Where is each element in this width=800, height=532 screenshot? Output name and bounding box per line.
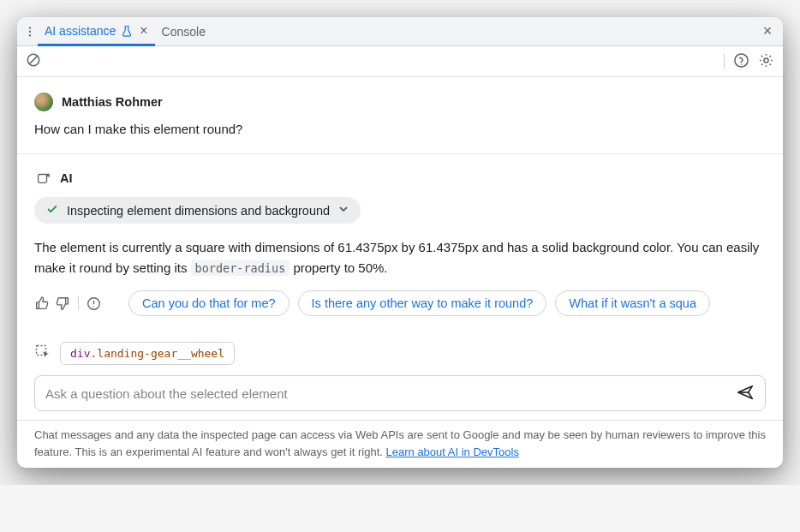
suggestion-chip[interactable]: Can you do that for me? (128, 290, 290, 316)
ai-message: AI Inspecting element dimensions and bac… (17, 154, 783, 333)
check-icon (46, 203, 58, 218)
toolbar (17, 46, 783, 77)
tab-ai-assistance[interactable]: AI assistance × (38, 18, 155, 46)
svg-point-5 (735, 53, 748, 66)
tab-bar: AI assistance × Console × (17, 17, 783, 46)
thumbs-down-icon[interactable] (55, 296, 70, 311)
element-class: .landing-gear__wheel (90, 347, 224, 360)
user-message: Matthias Rohmer How can I make this elem… (17, 77, 783, 153)
feedback-row: Can you do that for me? Is there any oth… (34, 290, 766, 316)
clear-icon[interactable] (26, 57, 41, 70)
prompt-input[interactable] (45, 386, 736, 401)
user-message-text: How can I make this element round? (34, 122, 766, 136)
conversation: Matthias Rohmer How can I make this elem… (17, 77, 783, 333)
divider (78, 296, 79, 310)
input-row (34, 375, 766, 411)
ai-response-text: The element is currently a square with d… (34, 237, 766, 278)
close-tab-icon[interactable]: × (140, 23, 147, 39)
disclaimer: Chat messages and any data the inspected… (17, 420, 783, 468)
ai-label: AI (60, 171, 73, 185)
flask-icon (121, 25, 133, 37)
svg-point-2 (29, 34, 31, 36)
status-text: Inspecting element dimensions and backgr… (67, 204, 330, 218)
help-icon[interactable] (733, 52, 749, 71)
selected-element-chip[interactable]: div.landing-gear__wheel (60, 342, 235, 365)
svg-point-11 (93, 306, 94, 307)
learn-more-link[interactable]: Learn about AI in DevTools (386, 445, 519, 458)
svg-point-0 (29, 27, 31, 28)
report-icon[interactable] (87, 296, 101, 311)
user-name: Matthias Rohmer (62, 95, 163, 109)
element-picker-icon[interactable] (34, 344, 51, 363)
thumbs-up-icon[interactable] (34, 296, 50, 311)
user-avatar (34, 93, 53, 111)
svg-point-7 (764, 57, 768, 62)
suggestion-chip[interactable]: Is there any other way to make it round? (298, 290, 547, 316)
svg-point-1 (29, 30, 31, 32)
element-tag: div (70, 347, 90, 360)
more-menu-icon[interactable] (22, 26, 38, 38)
tab-console[interactable]: Console (155, 17, 212, 45)
code-inline: border-radius (191, 260, 290, 276)
divider (724, 54, 725, 69)
tab-label: AI assistance (45, 24, 116, 38)
svg-rect-8 (39, 175, 47, 183)
ai-spark-icon (34, 170, 51, 187)
suggestion-chips: Can you do that for me? Is there any oth… (128, 290, 766, 316)
svg-line-4 (30, 57, 38, 64)
input-area: div.landing-gear__wheel (17, 333, 783, 411)
devtools-panel: AI assistance × Console × (17, 17, 783, 468)
settings-icon[interactable] (758, 52, 774, 71)
status-chip[interactable]: Inspecting element dimensions and backgr… (34, 197, 361, 224)
svg-point-6 (741, 63, 742, 64)
suggestion-chip[interactable]: What if it wasn't a squa (555, 290, 710, 316)
send-icon[interactable] (736, 383, 755, 404)
close-panel-icon[interactable]: × (759, 23, 776, 40)
tab-label: Console (162, 25, 206, 39)
chevron-down-icon (338, 204, 349, 217)
